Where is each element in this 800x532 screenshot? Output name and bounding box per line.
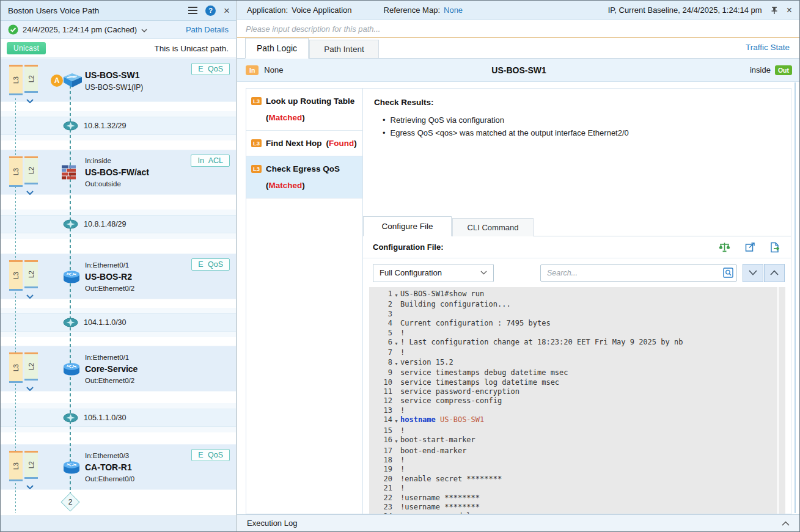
config-line: 20!enable secret ******** bbox=[369, 475, 776, 484]
path-timestamp[interactable]: 24/4/2025, 1:24:14 pm (Cached) bbox=[23, 25, 137, 34]
expand-log-icon[interactable] bbox=[782, 521, 790, 526]
timestamp-dropdown-icon[interactable] bbox=[141, 29, 147, 32]
check-result-item: •Retrieving QoS via configuration bbox=[374, 114, 780, 126]
execution-log-bar[interactable]: Execution Log bbox=[237, 514, 799, 531]
device-name[interactable]: Core-Service bbox=[85, 363, 138, 374]
device-row[interactable]: L3L2In:insideUS-BOS-FW/actOut:outsideIn … bbox=[1, 150, 236, 195]
path-description-input[interactable] bbox=[246, 24, 791, 34]
network-cloud-icon bbox=[63, 219, 78, 229]
qos-acl-badge[interactable]: E QoS bbox=[191, 449, 230, 461]
branch-row: 2 bbox=[1, 490, 236, 516]
config-line: 11service password-encryption bbox=[369, 387, 776, 396]
description-row bbox=[237, 20, 799, 38]
search-icon[interactable] bbox=[722, 267, 734, 279]
branch-count-node[interactable]: 2 bbox=[61, 492, 79, 511]
router-icon[interactable] bbox=[61, 361, 82, 377]
device-name[interactable]: US-BOS-R2 bbox=[85, 271, 134, 282]
l3-tab[interactable]: L3 bbox=[9, 260, 23, 291]
firewall-icon[interactable] bbox=[61, 164, 76, 181]
network-row[interactable]: 10.8.1.32/29 bbox=[1, 117, 236, 135]
l3-step-badge: L3 bbox=[251, 165, 262, 173]
line-number: 13 bbox=[369, 406, 392, 415]
qos-acl-badge[interactable]: E QoS bbox=[191, 258, 230, 271]
branch-count: 2 bbox=[64, 496, 76, 508]
search-prev-button[interactable] bbox=[764, 264, 785, 282]
tab-path-intent[interactable]: Path Intent bbox=[309, 40, 379, 58]
path-logic-step[interactable]: L3Look up Routing Table(Matched) bbox=[246, 89, 362, 131]
unicast-badge[interactable]: Unicast bbox=[7, 42, 46, 54]
out-interface-label: Out:Ethernet0/2 bbox=[85, 283, 134, 293]
search-next-button[interactable] bbox=[743, 264, 763, 282]
l2-tab[interactable]: L2 bbox=[24, 352, 38, 381]
tab-cli-command[interactable]: CLI Command bbox=[452, 218, 534, 236]
device-name[interactable]: US-BOS-SW1 bbox=[85, 70, 143, 81]
config-line: 7! bbox=[369, 348, 776, 357]
check-results-section: Check Results: •Retrieving QoS via confi… bbox=[363, 89, 791, 216]
expand-chevron-icon[interactable] bbox=[26, 481, 34, 492]
expand-chevron-icon[interactable] bbox=[26, 95, 34, 106]
device-name[interactable]: US-BOS-FW/act bbox=[85, 167, 149, 178]
device-path-line bbox=[70, 86, 71, 507]
config-line: 13! bbox=[369, 406, 776, 415]
network-segment-row: 104.1.1.0/30 bbox=[1, 299, 236, 346]
line-number: 14 bbox=[369, 415, 392, 426]
device-row[interactable]: L3L2In:Ethernet0/1Core-ServiceOut:Ethern… bbox=[1, 346, 236, 392]
expand-chevron-icon[interactable] bbox=[26, 186, 34, 197]
line-number: 4 bbox=[369, 319, 392, 328]
export-file-icon[interactable] bbox=[770, 242, 780, 253]
l2-tab[interactable]: L2 bbox=[24, 451, 38, 479]
compare-icon[interactable] bbox=[719, 242, 730, 253]
help-icon[interactable] bbox=[205, 5, 216, 16]
network-row[interactable]: 10.8.1.48/29 bbox=[1, 215, 236, 233]
device-row[interactable]: L3L2AUS-BOS-SW1US-BOS-SW1(IP)E QoS bbox=[1, 58, 236, 102]
config-line: 24▾no aaa new-model bbox=[369, 512, 776, 514]
config-search bbox=[540, 264, 737, 282]
path-details-link[interactable]: Path Details bbox=[186, 25, 229, 34]
panel-title: Boston Users Voice Path bbox=[8, 6, 99, 15]
line-number: 11 bbox=[369, 387, 392, 396]
switch-icon[interactable] bbox=[61, 72, 83, 88]
expand-chevron-icon[interactable] bbox=[26, 290, 34, 301]
l3-tab[interactable]: L3 bbox=[9, 156, 23, 187]
l3-tab[interactable]: L3 bbox=[9, 65, 23, 95]
device-row[interactable]: L3L2In:Ethernet0/1US-BOS-R2Out:Ethernet0… bbox=[1, 253, 236, 299]
l2-tab-label: L2 bbox=[28, 363, 35, 370]
l2-tab[interactable]: L2 bbox=[24, 260, 38, 288]
open-external-icon[interactable] bbox=[745, 242, 755, 252]
config-line: 10service timestamps log datetime msec bbox=[369, 378, 776, 387]
config-line: 5! bbox=[369, 329, 776, 338]
traffic-state-link[interactable]: Traffic State bbox=[746, 43, 790, 52]
config-file-viewer[interactable]: 1▾US-BOS-SW1#show run2Building configura… bbox=[369, 287, 785, 514]
l3-tab[interactable]: L3 bbox=[9, 352, 23, 383]
line-number: 20 bbox=[369, 475, 392, 484]
reference-map-value[interactable]: None bbox=[444, 5, 463, 15]
l2-tab[interactable]: L2 bbox=[24, 156, 38, 184]
qos-acl-badge[interactable]: In ACL bbox=[191, 155, 230, 167]
router-icon[interactable] bbox=[61, 269, 82, 285]
tab-path-logic[interactable]: Path Logic bbox=[245, 38, 309, 59]
in-interface-label: In:Ethernet0/3 bbox=[85, 451, 134, 460]
network-row[interactable]: 104.1.1.0/30 bbox=[1, 313, 236, 332]
search-input[interactable] bbox=[547, 269, 722, 277]
menu-icon[interactable] bbox=[188, 7, 197, 14]
step-title: Check Egress QoS bbox=[266, 164, 340, 173]
network-row[interactable]: 105.1.1.0/30 bbox=[1, 409, 236, 427]
device-row[interactable]: L3L2In:Ethernet0/3CA-TOR-R1Out:Ethernet0… bbox=[1, 444, 236, 490]
expand-chevron-icon[interactable] bbox=[26, 382, 34, 393]
close-panel-icon[interactable] bbox=[224, 5, 230, 16]
device-info: In:Ethernet0/1US-BOS-R2Out:Ethernet0/2 bbox=[85, 260, 134, 293]
l3-tab[interactable]: L3 bbox=[9, 451, 23, 481]
config-scrollbar[interactable] bbox=[777, 287, 785, 514]
path-logic-step[interactable]: L3Check Egress QoS(Matched) bbox=[246, 156, 362, 199]
router-icon[interactable] bbox=[61, 459, 82, 475]
config-scope-dropdown[interactable]: Full Configuration bbox=[373, 264, 494, 282]
device-name[interactable]: CA-TOR-R1 bbox=[85, 461, 134, 473]
tab-configure-file[interactable]: Configure File bbox=[363, 216, 452, 236]
qos-acl-badge[interactable]: E QoS bbox=[191, 63, 230, 75]
close-pane-icon[interactable] bbox=[787, 5, 792, 15]
path-logic-step[interactable]: L3Find Next Hop(Found) bbox=[246, 131, 362, 156]
pin-icon[interactable] bbox=[771, 6, 778, 15]
l2-tab[interactable]: L2 bbox=[24, 65, 38, 93]
pane-scrollbar[interactable] bbox=[794, 82, 796, 513]
out-interface-label: Out:outside bbox=[85, 180, 149, 189]
